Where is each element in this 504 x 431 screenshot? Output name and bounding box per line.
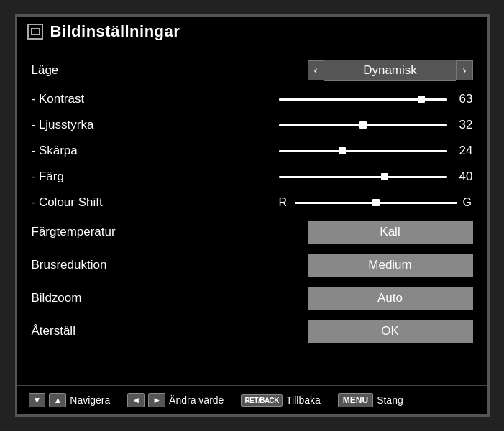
brightness-value: 32 (453, 118, 473, 132)
up-arrow-key: ▲ (49, 393, 66, 407)
color-control: 40 (175, 170, 473, 184)
brightness-slider-thumb[interactable] (359, 121, 367, 129)
noise-reduction-button[interactable]: Medium (308, 254, 473, 277)
reset-button-wrap: OK (308, 320, 473, 343)
color-temp-control: Kall (175, 221, 473, 244)
contrast-control: 63 (175, 92, 473, 106)
brightness-control: 32 (175, 118, 473, 132)
back-label: Tillbaka (286, 394, 321, 406)
zoom-button-wrap: Auto (308, 287, 473, 310)
close-label: Stäng (377, 394, 403, 406)
brightness-slider-track[interactable] (279, 124, 447, 126)
noise-reduction-label: Brusreduktion (32, 258, 175, 272)
sharpness-control: 24 (175, 144, 473, 158)
contrast-value: 63 (453, 92, 473, 106)
noise-reduction-button-wrap: Medium (308, 254, 473, 277)
right-arrow-key: ► (148, 393, 165, 407)
sharpness-label: - Skärpa (32, 144, 175, 158)
footer: ▼ ▲ Navigera ◄ ► Ändra värde RET/BACK Ti… (17, 385, 487, 414)
navigate-hint: ▼ ▲ Navigera (29, 393, 111, 407)
mode-selector: ‹ Dynamisk › (308, 60, 473, 81)
settings-icon (27, 24, 43, 40)
colour-shift-r-label: R (279, 196, 289, 209)
brightness-slider-group: 32 (279, 118, 473, 132)
tv-settings-frame: Bildinställningar Läge ‹ Dynamisk › - Ko… (15, 14, 490, 417)
sharpness-slider-group: 24 (279, 144, 473, 158)
mode-prev-button[interactable]: ‹ (308, 60, 324, 80)
color-temp-row: Färgtemperatur Kall (32, 216, 473, 249)
color-slider-group: 40 (279, 170, 473, 184)
colour-shift-group: R G (279, 196, 473, 209)
color-temp-button[interactable]: Kall (308, 221, 473, 244)
mode-row: Läge ‹ Dynamisk › (32, 55, 473, 86)
reset-label: Återställ (32, 324, 175, 338)
reset-control: OK (175, 320, 473, 343)
zoom-control: Auto (175, 287, 473, 310)
zoom-label: Bildzoom (32, 291, 175, 305)
color-value: 40 (453, 170, 473, 184)
brightness-label: - Ljusstyrka (32, 118, 175, 132)
color-label: - Färg (32, 170, 175, 184)
color-temp-label: Färgtemperatur (32, 225, 175, 239)
color-slider-thumb[interactable] (381, 173, 388, 180)
content-area: Läge ‹ Dynamisk › - Kontrast 63 (17, 47, 487, 385)
mode-label: Läge (32, 63, 175, 78)
change-value-label: Ändra värde (169, 394, 224, 406)
zoom-button[interactable]: Auto (308, 287, 473, 310)
sharpness-row: - Skärpa 24 (32, 138, 473, 164)
change-value-hint: ◄ ► Ändra värde (127, 393, 224, 407)
mode-next-button[interactable]: › (456, 60, 472, 80)
navigate-label: Navigera (70, 394, 110, 406)
colour-shift-control: R G (175, 196, 473, 209)
color-temp-button-wrap: Kall (308, 221, 473, 244)
colour-shift-track[interactable] (295, 202, 457, 204)
sharpness-slider-track[interactable] (279, 150, 447, 152)
contrast-slider-thumb[interactable] (418, 96, 425, 103)
sharpness-value: 24 (453, 144, 473, 158)
reset-row: Återställ OK (32, 315, 473, 348)
contrast-row: - Kontrast 63 (32, 86, 473, 112)
contrast-slider-group: 63 (279, 92, 473, 106)
menu-key: MENU (338, 393, 373, 407)
left-arrow-key: ◄ (127, 393, 145, 407)
zoom-row: Bildzoom Auto (32, 282, 473, 315)
contrast-slider-track[interactable] (279, 98, 447, 101)
sharpness-slider-thumb[interactable] (339, 147, 346, 154)
close-hint: MENU Stäng (338, 393, 403, 407)
back-hint: RET/BACK Tillbaka (241, 394, 320, 407)
brightness-row: - Ljusstyrka 32 (32, 112, 473, 138)
ret-back-key: RET/BACK (241, 394, 283, 407)
noise-reduction-control: Medium (175, 254, 473, 277)
contrast-label: - Kontrast (32, 92, 175, 106)
down-arrow-key: ▼ (29, 393, 46, 407)
reset-button[interactable]: OK (308, 320, 473, 343)
mode-value: Dynamisk (324, 60, 456, 81)
colour-shift-thumb[interactable] (372, 199, 380, 206)
title-bar: Bildinställningar (17, 17, 487, 47)
colour-shift-g-label: G (463, 196, 473, 209)
colour-shift-label: - Colour Shift (32, 195, 175, 210)
page-title: Bildinställningar (50, 22, 180, 41)
color-slider-track[interactable] (279, 176, 447, 178)
color-row: - Färg 40 (32, 164, 473, 190)
noise-reduction-row: Brusreduktion Medium (32, 249, 473, 282)
mode-control: ‹ Dynamisk › (175, 60, 473, 81)
colour-shift-row: - Colour Shift R G (32, 190, 473, 216)
